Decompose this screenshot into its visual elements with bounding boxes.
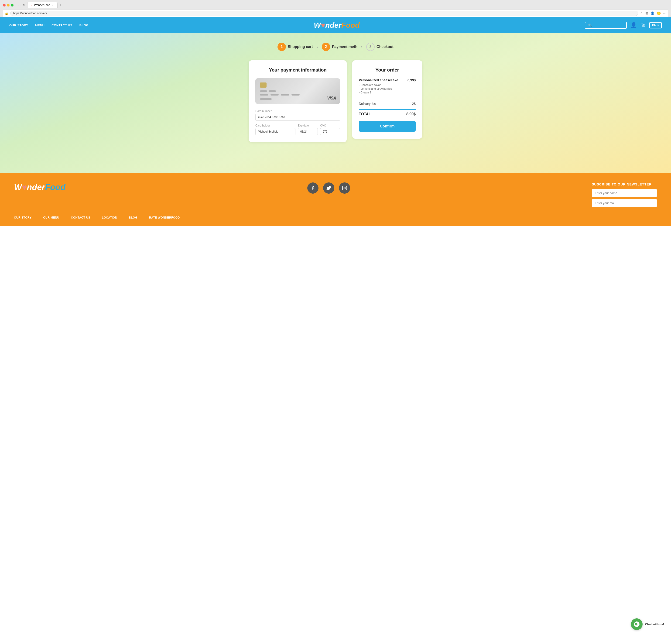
language-selector[interactable]: EN ▾ [649, 22, 662, 28]
bag-icon[interactable]: 🛍 [641, 22, 646, 28]
footer-links: OUR STORY OUR MENU CONTACT US LOCATION B… [14, 216, 657, 219]
nav-links: OUR STORY MENU CONTACT US BLOG [9, 24, 89, 27]
logo-w: W [314, 21, 321, 29]
delivery-fee-label: Delivery fee [359, 102, 376, 105]
newsletter-title: SUSCRIBE TO OUR NEWSLETTER [592, 182, 657, 186]
exp-date-group: Exp date [298, 124, 318, 135]
tab-title: WonderFood [34, 3, 50, 7]
browser-chrome: ‹ › ↻ ♥ WonderFood ✕ + 🔒 ☆ ⊞ 👤 🙂 ⋯ [0, 0, 671, 17]
logo-ander: nder [325, 21, 341, 29]
payment-card-title: Your payment information [255, 67, 340, 73]
address-bar-row: 🔒 ☆ ⊞ 👤 🙂 ⋯ [3, 10, 668, 17]
order-item-row: Personalized cheesecake 6,99$ [359, 78, 416, 82]
footer-link-rate[interactable]: RATE WONDERFOOD [149, 216, 180, 219]
main-content: 1 Shopping cart › 2 Payment meth › 3 Che… [0, 33, 671, 173]
cc-lines [260, 90, 336, 100]
footer-link-contact-us[interactable]: CONTACT US [71, 216, 90, 219]
delivery-fee-price: 2$ [412, 102, 416, 105]
instagram-icon[interactable] [339, 182, 350, 194]
newsletter-mail-input[interactable] [592, 199, 657, 207]
lock-icon: 🔒 [5, 12, 8, 15]
step-arrow-2: › [361, 45, 363, 49]
footer-newsletter: SUSCRIBE TO OUR NEWSLETTER [592, 182, 657, 209]
extensions-icon[interactable]: ⊞ [645, 11, 648, 15]
payment-info-card: Your payment information [249, 60, 347, 142]
step-3-label: Checkout [377, 45, 393, 49]
new-tab-button[interactable]: + [58, 2, 63, 8]
emoji-icon[interactable]: 🙂 [657, 11, 661, 15]
cvc-group: CVC [320, 124, 340, 135]
profile-icon[interactable]: 👤 [650, 11, 655, 15]
order-total-row: TOTAL 8,99$ [359, 109, 416, 116]
exp-date-label: Exp date [298, 124, 318, 127]
nav-our-story[interactable]: OUR STORY [9, 24, 28, 27]
order-delivery-row: Delivery fee 2$ [359, 102, 416, 105]
footer-link-our-menu[interactable]: OUR MENU [43, 216, 59, 219]
step-1-circle: 1 [278, 43, 286, 51]
navbar: OUR STORY MENU CONTACT US BLOG W♥nderFoo… [0, 17, 671, 33]
menu-icon[interactable]: ⋯ [663, 11, 666, 15]
order-detail-1: - Lemons and strawberries [359, 87, 416, 90]
svg-rect-0 [342, 186, 347, 190]
step-2-circle: 2 [322, 43, 330, 51]
user-icon[interactable]: 👤 [631, 22, 637, 28]
close-button[interactable] [3, 4, 5, 7]
search-input[interactable] [585, 22, 627, 29]
maximize-button[interactable] [11, 4, 13, 7]
total-price: 8,99$ [406, 112, 416, 116]
step-3: 3 Checkout [366, 43, 393, 51]
card-details-row: Card holder Exp date CVC [255, 124, 340, 135]
confirm-button[interactable]: Confirm [359, 121, 416, 132]
tab-bar: ♥ WonderFood ✕ + [27, 2, 63, 8]
facebook-icon[interactable] [307, 182, 318, 194]
card-holder-group: Card holder [255, 124, 295, 135]
footer-link-blog[interactable]: BLOG [129, 216, 138, 219]
step-arrow-1: › [317, 45, 318, 49]
card-holder-input[interactable] [255, 128, 295, 135]
footer-link-our-story[interactable]: OUR STORY [14, 216, 31, 219]
minimize-button[interactable] [7, 4, 10, 7]
address-bar-icons: ☆ ⊞ 👤 🙂 ⋯ [640, 11, 666, 15]
footer-logo-heart: ♥ [22, 182, 27, 192]
newsletter-name-input[interactable] [592, 189, 657, 197]
step-2: 2 Payment meth [322, 43, 357, 51]
twitter-icon[interactable] [323, 182, 334, 194]
order-detail-0: - Chocolate flavor [359, 84, 416, 87]
order-card: Your order Personalized cheesecake 6,99$… [352, 60, 422, 139]
address-bar[interactable] [10, 11, 638, 16]
card-number-input[interactable] [255, 114, 340, 121]
footer-link-location[interactable]: LOCATION [102, 216, 117, 219]
order-detail-2: - Cream 3 [359, 91, 416, 94]
step-1: 1 Shopping cart [278, 43, 313, 51]
cvc-input[interactable] [320, 128, 340, 135]
exp-date-input[interactable] [298, 128, 318, 135]
order-divider [359, 98, 416, 98]
logo-food: Food [341, 21, 359, 29]
total-label: TOTAL [359, 112, 371, 116]
checkout-steps: 1 Shopping cart › 2 Payment meth › 3 Che… [5, 43, 666, 51]
star-icon[interactable]: ☆ [640, 11, 643, 15]
cc-chip [260, 83, 267, 88]
active-tab[interactable]: ♥ WonderFood ✕ [27, 2, 58, 8]
back-button[interactable]: ‹ [18, 3, 19, 7]
traffic-lights [3, 4, 13, 7]
cvc-label: CVC [320, 124, 340, 127]
step-3-circle: 3 [366, 43, 375, 51]
card-number-label: Card number [255, 110, 340, 113]
credit-card-visual: VISA [255, 78, 340, 104]
nav-menu[interactable]: MENU [35, 24, 45, 27]
footer: W♥nderFood SUSCRIBE TO OUR NEWSLETTER OU… [0, 173, 671, 226]
refresh-button[interactable]: ↻ [23, 3, 25, 7]
nav-contact-us[interactable]: CONTACT US [51, 24, 72, 27]
visa-label: VISA [327, 96, 336, 101]
tab-close-button[interactable]: ✕ [51, 4, 54, 7]
step-1-label: Shopping cart [288, 45, 313, 49]
nav-blog[interactable]: BLOG [79, 24, 89, 27]
forward-button[interactable]: › [20, 3, 22, 7]
card-number-group: Card number [255, 110, 340, 121]
chevron-down-icon: ▾ [657, 24, 659, 27]
tab-favicon: ♥ [31, 4, 33, 7]
logo-heart: ♥ [321, 21, 325, 29]
browser-nav: ‹ › ↻ [18, 3, 25, 7]
footer-logo-ander: nder [27, 182, 45, 192]
